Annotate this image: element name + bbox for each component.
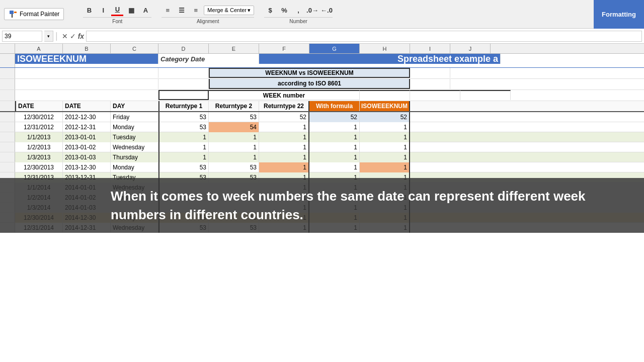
merge-center-button[interactable]: Merge & Center ▾ (204, 6, 254, 15)
col-header-g[interactable]: G (309, 44, 360, 53)
cell-5-c[interactable]: Thursday (111, 152, 158, 162)
cell-6-d[interactable]: 53 (158, 162, 209, 172)
cell-2-d[interactable]: 53 (158, 122, 209, 132)
format-painter-icon (9, 10, 18, 19)
cell-4-h[interactable]: 1 (360, 142, 410, 152)
cell-6-c[interactable]: Monday (111, 162, 158, 172)
row-header-title (0, 54, 15, 67)
cell-5-f[interactable]: 1 (259, 152, 309, 162)
cell-6-f[interactable]: 1 (259, 162, 309, 172)
format-painter-button[interactable]: Format Painter (4, 8, 64, 20)
cell-1-b[interactable]: 2012-12-30 (63, 112, 111, 122)
cell-3-f[interactable]: 1 (259, 132, 309, 142)
cell-4-d[interactable]: 1 (158, 142, 209, 152)
cell-2-h[interactable]: 1 (360, 122, 410, 132)
cell-2-b[interactable]: 2012-12-31 (63, 122, 111, 132)
align-right-button[interactable]: ≡ (190, 4, 202, 16)
empty-g-wn (410, 90, 460, 100)
data-row-2: 12/31/2012 2012-12-31 Monday 53 54 1 1 1 (0, 122, 644, 132)
cell-5-h[interactable]: 1 (360, 152, 410, 162)
cell-5-g[interactable]: 1 (309, 152, 360, 162)
cell-3-c[interactable]: Tuesday (111, 132, 158, 142)
row-header-i1 (0, 68, 15, 78)
info-row-1: WEEKNUM vs ISOWEEEKNUM (0, 68, 644, 79)
cell-5-b[interactable]: 2013-01-03 (63, 152, 111, 162)
name-box[interactable]: 39 (2, 31, 42, 42)
bold-button[interactable]: B (83, 4, 95, 16)
comma-button[interactable]: , (292, 4, 304, 16)
cell-1-a[interactable]: 12/30/2012 (15, 112, 63, 122)
spreadsheet-wrapper: A B C D E F G H I J ISOWEEEKNUM Category… (0, 44, 644, 233)
cell-6-b[interactable]: 2013-12-30 (63, 162, 111, 172)
ribbon-left: Format Painter B I U ▦ A Font ≡ ☰ ≡ (4, 4, 333, 24)
cell-1-c[interactable]: Friday (111, 112, 158, 122)
col-header-i[interactable]: I (410, 44, 450, 53)
cell-6-g[interactable]: 1 (309, 162, 360, 172)
cell-3-d[interactable]: 1 (158, 132, 209, 142)
svg-rect-1 (12, 14, 13, 18)
cell-2-f[interactable]: 1 (259, 122, 309, 132)
percent-button[interactable]: % (278, 4, 290, 16)
empty-d-i1 (158, 68, 209, 78)
cell-2-e[interactable]: 54 (209, 122, 259, 132)
currency-button[interactable]: $ (264, 4, 276, 16)
caption-text: When it comes to week numbers the same d… (111, 189, 586, 222)
cell-6-h[interactable]: 1 (360, 162, 410, 172)
align-center-button[interactable]: ☰ (176, 4, 188, 16)
cell-1-e[interactable]: 53 (209, 112, 259, 122)
cell-3-h[interactable]: 1 (360, 132, 410, 142)
border-button[interactable]: ▦ (125, 4, 137, 16)
cell-2-g[interactable]: 1 (309, 122, 360, 132)
cell-1-d[interactable]: 53 (158, 112, 209, 122)
align-left-button[interactable]: ≡ (162, 4, 174, 16)
col-header-c[interactable]: C (111, 44, 158, 53)
cell-1-f[interactable]: 52 (259, 112, 309, 122)
row-header-2 (0, 122, 15, 132)
cell-5-e[interactable]: 1 (209, 152, 259, 162)
cell-2-a[interactable]: 12/31/2012 (15, 122, 63, 132)
cell-3-g[interactable]: 1 (309, 132, 360, 142)
col-header-a[interactable]: A (15, 44, 63, 53)
italic-button[interactable]: I (97, 4, 109, 16)
cell-4-b[interactable]: 2013-01-02 (63, 142, 111, 152)
increase-decimal-button[interactable]: .0→ (306, 4, 318, 16)
fill-color-button[interactable]: A (139, 4, 151, 16)
col-label-day: DAY (111, 101, 158, 111)
cell-4-f[interactable]: 1 (259, 142, 309, 152)
col-headers: A B C D E F G H I J (0, 44, 644, 54)
cell-3-e[interactable]: 1 (209, 132, 259, 142)
col-header-b[interactable]: B (63, 44, 111, 53)
col-header-f[interactable]: F (259, 44, 309, 53)
insert-function-button[interactable]: fx (78, 32, 84, 40)
data-row-6: 12/30/2013 2013-12-30 Monday 53 53 1 1 1 (0, 162, 644, 172)
decrease-decimal-button[interactable]: ←.0 (320, 4, 333, 16)
formula-input[interactable] (86, 31, 642, 42)
confirm-formula-button[interactable]: ✓ (70, 32, 76, 40)
cell-3-a[interactable]: 1/1/2013 (15, 132, 63, 142)
row-header-wn (0, 90, 15, 101)
ribbon-group-font: B I U ▦ A Font (83, 4, 151, 24)
row-header-1 (0, 112, 15, 122)
cell-3-b[interactable]: 2013-01-01 (63, 132, 111, 142)
cell-5-d[interactable]: 1 (158, 152, 209, 162)
cell-2-c[interactable]: Monday (111, 122, 158, 132)
col-header-h[interactable]: H (360, 44, 410, 53)
cell-6-a[interactable]: 12/30/2013 (15, 162, 63, 172)
alignment-icons: ≡ ☰ ≡ Merge & Center ▾ (162, 4, 254, 16)
cell-4-c[interactable]: Wednesday (111, 142, 158, 152)
cancel-formula-button[interactable]: ✕ (62, 32, 68, 40)
col-label-date1: DATE (15, 101, 63, 111)
cell-1-h[interactable]: 52 (360, 112, 410, 122)
cell-4-g[interactable]: 1 (309, 142, 360, 152)
name-box-dropdown[interactable]: ▾ (44, 31, 53, 42)
underline-button[interactable]: U (111, 4, 123, 16)
cell-6-e[interactable]: 53 (209, 162, 259, 172)
cell-4-e[interactable]: 1 (209, 142, 259, 152)
col-header-e[interactable]: E (209, 44, 259, 53)
cell-1-g[interactable]: 52 (309, 112, 360, 122)
cell-4-a[interactable]: 1/2/2013 (15, 142, 63, 152)
cell-5-a[interactable]: 1/3/2013 (15, 152, 63, 162)
col-header-j[interactable]: J (450, 44, 491, 53)
col-header-d[interactable]: D (158, 44, 209, 53)
title-isoweeeknum: ISOWEEEKNUM (15, 54, 158, 64)
